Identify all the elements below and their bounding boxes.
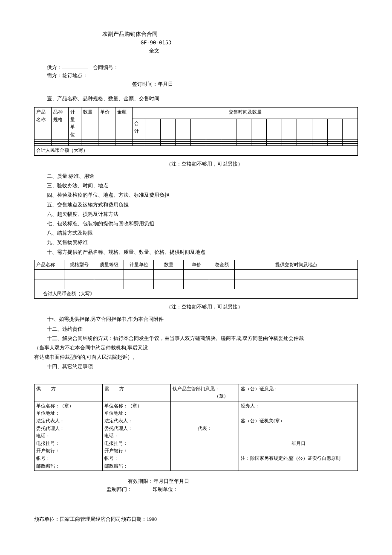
note-1: （注：空格如不够用，可以另接） bbox=[166, 160, 358, 168]
product-table-1: 产品名称 品种规格 计量单位 数量 单价 金额 交售时间及数量 合计 合计人民币… bbox=[34, 107, 358, 156]
buyer-header: 需方 bbox=[103, 384, 171, 401]
terms-block-1: 二、质量:标准、用途 三、验收办法、时间、地点 四、检验及检疫的单位、地点、方法… bbox=[34, 172, 358, 256]
table-header-row: 产品名称 规格型号 质量等级 计量单位 数量 单价 总金额 提供交货时间及地点 bbox=[35, 260, 358, 270]
notary-details: 经办人： 鉴（公）证机关(章） 年月日 注：除国家另有规定外,鉴（公）证实行自愿… bbox=[239, 401, 358, 471]
terms-block-2: 十•、如需提供担保,另立合同担保书,作为本合同附件 十二、违约责任 十三、解决合… bbox=[34, 315, 358, 343]
col-delivery: 提供交货时间及地点 bbox=[235, 260, 358, 270]
col-delivery: 交售时间及数量 bbox=[133, 107, 358, 119]
col-qty: 数量 bbox=[81, 107, 98, 139]
col-price: 单价 bbox=[184, 260, 209, 270]
doc-title: 农副产品购销体合合同 bbox=[102, 30, 358, 39]
cell bbox=[282, 119, 297, 139]
col-unit: 计量单位 bbox=[69, 107, 81, 139]
section1-title: 壹、产品名称、品种规格、数量、金额、交售时间 bbox=[47, 95, 358, 103]
term-4: 四、检验及检疫的单位、地点、方法、标准及费用负担 bbox=[47, 191, 358, 199]
terms-continuation: （当事人双方不在本合同中约定仲裁机构,事后又没 有达成书面仲裁型约的,可向人民法… bbox=[34, 344, 358, 361]
term-14: 十四、其它约定事项 bbox=[47, 363, 358, 371]
cell bbox=[312, 119, 328, 139]
supplier-details: 单位名称：（章） 单位地址： 法定代表人： 委托代理人： 电话： 电报挂号： 开… bbox=[35, 401, 103, 471]
cell bbox=[343, 119, 358, 139]
term-13a: 十三、解决合同纠纷的方式：执行本合同发生争议，由当事人双方磋商解决。磋商不成,双… bbox=[47, 334, 358, 343]
term-3: 三、验收办法、时间、地点 bbox=[47, 182, 358, 190]
buyer-details: 单位名称：（章） 单位地址： 法定代表人： 委托代理人： 电话： 电报挂号： 开… bbox=[103, 401, 171, 471]
cell bbox=[221, 119, 236, 139]
col-price: 单价 bbox=[98, 107, 115, 139]
term-10: 十、需方提供的产品名称、规格、质量、数量、价格、提供时间及地点 bbox=[47, 248, 358, 256]
product-table-2: 产品名称 规格型号 质量等级 计量单位 数量 单价 总金额 提供交货时间及地点 … bbox=[34, 260, 358, 299]
term-6: 六、超欠幅度、损耗及计算方法 bbox=[47, 210, 358, 218]
terms-block-3: 十四、其它约定事项 bbox=[34, 363, 358, 371]
blank-field bbox=[62, 64, 88, 69]
table-header-row: 产品名称 品种规格 计量单位 数量 单价 金额 交售时间及数量 bbox=[35, 107, 358, 119]
signature-table: 供方 需方 钛产品主管部门意见：（章） 鉴（公）证意见： 单位名称：（章） 单位… bbox=[34, 384, 358, 471]
cell bbox=[236, 119, 251, 139]
table-total-row: 合计人民币金额（大写） bbox=[35, 146, 358, 156]
col-amount: 金额 bbox=[115, 107, 133, 139]
footer-block: 有效期限：年月日至年月日 监制部门： 印制单位： bbox=[34, 477, 358, 494]
print-label: 印制单位： bbox=[153, 486, 178, 492]
term-5: 五、交售地点及运输方式和费用负担 bbox=[47, 201, 358, 209]
supervise-print: 监制部门： 印制单位： bbox=[107, 485, 358, 494]
publisher-line: 颁布单位：国家工商管理局经济合同司颁布日期：1990 bbox=[34, 515, 358, 523]
term-13b: （当事人双方不在本合同中约定仲裁机构,事后又没 bbox=[34, 344, 358, 352]
total-label: 合计人民币金额（大写） bbox=[35, 146, 358, 156]
term-9: 九、奖售物资标准 bbox=[47, 238, 358, 247]
note-2: （注：空格如不够用，可以另接） bbox=[166, 303, 358, 311]
table-total-row: 合讨人民币金额（大写》 bbox=[35, 289, 358, 299]
dept-details: 代表： bbox=[171, 401, 239, 471]
cell bbox=[267, 119, 282, 139]
contract-no-label: 合同编号： bbox=[93, 64, 118, 70]
col-model: 规格型号 bbox=[64, 260, 94, 270]
supervise-label: 监制部门： bbox=[107, 486, 132, 492]
buyer-label: 需方： bbox=[47, 73, 62, 78]
fulltext-label: 全文 bbox=[149, 47, 358, 55]
col-quality: 质量等级 bbox=[94, 260, 124, 270]
cell bbox=[327, 119, 343, 139]
sig-body-row: 单位名称：（章） 单位地址： 法定代表人： 委托代理人： 电话： 电报挂号： 开… bbox=[35, 401, 358, 471]
term-8: 八、结算方式及期限 bbox=[47, 229, 358, 237]
col-total: 总金额 bbox=[209, 260, 235, 270]
col-unit: 计量单位 bbox=[124, 260, 154, 270]
col-spec: 品种规格 bbox=[52, 107, 69, 139]
cell bbox=[160, 119, 176, 139]
total-label: 合讨人民币金额（大写》 bbox=[35, 289, 358, 299]
term-11: 十•、如需提供担保,另立合同担保书,作为本合同附件 bbox=[47, 315, 358, 323]
col-name: 产品名称 bbox=[35, 260, 64, 270]
supplier-header: 供方 bbox=[35, 384, 103, 401]
sig-header-row: 供方 需方 钛产品主管部门意见：（章） 鉴（公）证意见： bbox=[35, 384, 358, 401]
supplier-label: 供方： bbox=[47, 64, 62, 70]
col-product-name: 产品名称 bbox=[35, 107, 52, 139]
term-7: 七、包装标准、包装物的提供与回收和费用负担 bbox=[47, 220, 358, 228]
parties-block: 供方： 合同编号： 需方：签订地点： 签订时间：年月日 bbox=[34, 64, 358, 88]
dept-header: 钛产品主管部门意见：（章） bbox=[171, 384, 239, 401]
sign-place-label: 签订地点： bbox=[62, 73, 88, 78]
validity-period: 有效期限：年月日至年月日 bbox=[128, 477, 358, 485]
cell bbox=[176, 119, 191, 139]
table-row bbox=[35, 270, 358, 279]
sign-time: 签订时间：年月日 bbox=[132, 80, 358, 88]
buyer-line: 需方：签订地点： bbox=[47, 72, 358, 80]
title-block: 农副产品购销体合合同 GF-90-0153 全文 bbox=[102, 30, 358, 55]
supplier-line: 供方： 合同编号： bbox=[47, 64, 358, 72]
cell bbox=[297, 119, 312, 139]
col-qty: 数量 bbox=[154, 260, 184, 270]
table-row bbox=[35, 279, 358, 289]
cell bbox=[251, 119, 267, 139]
term-13c: 有达成书面仲裁型约的,可向人民法院起诉）。 bbox=[34, 353, 358, 361]
cell bbox=[145, 119, 161, 139]
notary-header: 鉴（公）证意见： bbox=[239, 384, 358, 401]
col-total: 合计 bbox=[133, 119, 145, 139]
doc-code: GF-90-0153 bbox=[141, 39, 358, 47]
term-2: 二、质量:标准、用途 bbox=[47, 172, 358, 180]
term-12: 十二、违约责任 bbox=[47, 325, 358, 333]
cell bbox=[190, 119, 206, 139]
cell bbox=[206, 119, 221, 139]
